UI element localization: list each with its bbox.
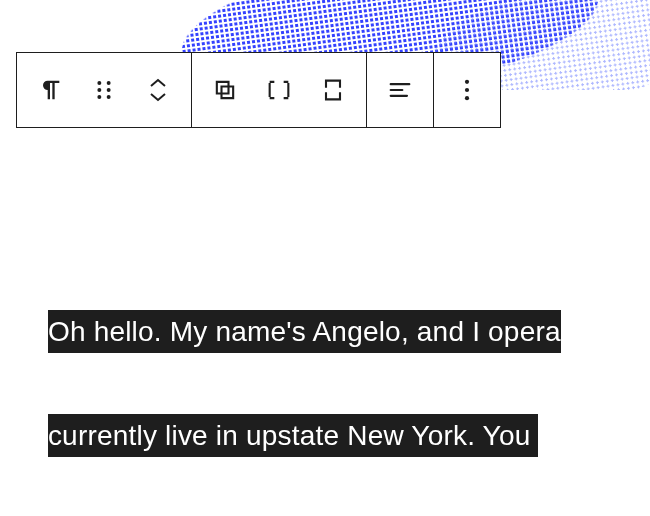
svg-point-8 — [465, 96, 469, 100]
kebab-icon — [453, 76, 481, 104]
group-button[interactable] — [252, 53, 306, 127]
svg-point-2 — [97, 88, 101, 92]
drag-handle-button[interactable] — [77, 53, 131, 127]
svg-point-4 — [97, 95, 101, 99]
move-up-down-button[interactable] — [131, 53, 185, 127]
align-left-icon — [386, 76, 414, 104]
drag-handle-icon — [90, 76, 118, 104]
svg-point-7 — [465, 88, 469, 92]
copy-icon — [211, 76, 239, 104]
chevron-up-icon — [148, 76, 168, 90]
editor-content[interactable]: Oh hello. My name's Angelo, and I opera … — [16, 150, 650, 516]
paragraph-icon — [36, 76, 64, 104]
ungroup-button[interactable] — [306, 53, 360, 127]
svg-point-6 — [465, 80, 469, 84]
svg-point-0 — [97, 81, 101, 85]
svg-point-1 — [107, 81, 111, 85]
duplicate-button[interactable] — [198, 53, 252, 127]
selected-text: Oh hello. My name's Angelo, and I opera — [48, 314, 561, 349]
toolbar-group-transform — [192, 53, 367, 127]
paragraph-block-1[interactable]: Oh hello. My name's Angelo, and I opera … — [16, 254, 650, 516]
toolbar-group-block — [17, 53, 192, 127]
toolbar-group-more — [434, 53, 500, 127]
block-type-button[interactable] — [23, 53, 77, 127]
align-button[interactable] — [373, 53, 427, 127]
svg-point-5 — [107, 95, 111, 99]
svg-point-3 — [107, 88, 111, 92]
more-options-button[interactable] — [440, 53, 494, 127]
group-icon — [265, 76, 293, 104]
ungroup-icon — [319, 76, 347, 104]
selected-text: currently live in upstate New York. You — [48, 418, 539, 453]
chevron-down-icon — [148, 90, 168, 104]
block-toolbar — [16, 52, 501, 128]
toolbar-group-align — [367, 53, 434, 127]
